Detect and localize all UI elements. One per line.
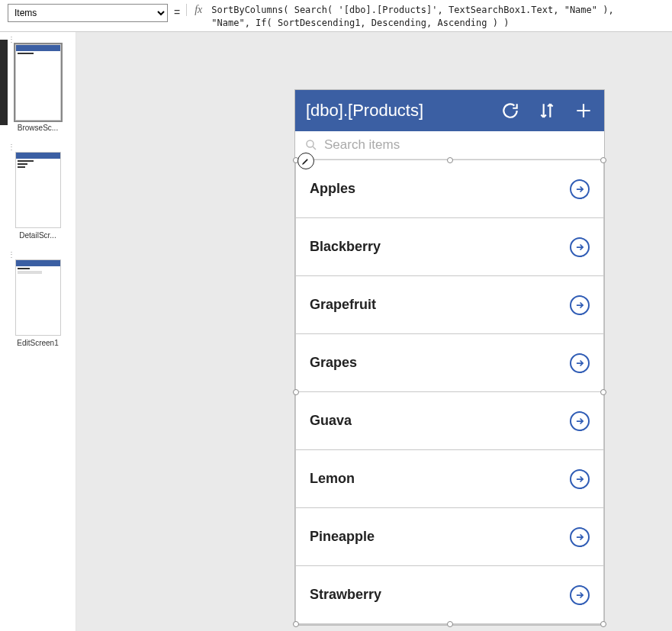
navigate-arrow-icon[interactable]: [570, 411, 590, 431]
svg-point-0: [307, 140, 313, 147]
sort-icon[interactable]: [537, 101, 557, 121]
canvas[interactable]: [dbo].[Products]: [76, 32, 672, 631]
item-name: Guava: [310, 413, 352, 429]
screen-thumb-browse[interactable]: ⋮ BrowseSc...: [8, 37, 68, 132]
property-dropdown[interactable]: Items: [8, 4, 168, 22]
list-item[interactable]: Blackberry: [296, 218, 603, 276]
thumb-menu-icon[interactable]: ⋮: [8, 37, 68, 43]
formula-bar: Items = fx SortByColumns( Search( '[dbo]…: [0, 0, 672, 32]
item-name: Lemon: [310, 471, 355, 487]
thumb-menu-icon[interactable]: ⋮: [8, 144, 68, 150]
item-name: Grapefruit: [310, 297, 376, 313]
refresh-icon[interactable]: [500, 101, 520, 121]
item-name: Pineapple: [310, 529, 375, 545]
item-name: Strawberry: [310, 587, 381, 603]
screen-label: BrowseSc...: [8, 124, 68, 132]
screen-label: DetailScr...: [8, 231, 68, 240]
item-name: Grapes: [310, 355, 357, 371]
thumb-menu-icon[interactable]: ⋮: [8, 252, 68, 258]
edit-template-icon[interactable]: [297, 153, 314, 169]
navigate-arrow-icon[interactable]: [570, 179, 590, 199]
fx-label: fx: [186, 4, 205, 16]
navigate-arrow-icon[interactable]: [570, 353, 590, 373]
item-name: Blackberry: [310, 239, 381, 255]
item-name: Apples: [310, 181, 355, 197]
list-item[interactable]: Grapes: [296, 334, 603, 392]
list-item[interactable]: Pineapple: [296, 508, 603, 566]
navigate-arrow-icon[interactable]: [570, 469, 590, 489]
screen-thumb-detail[interactable]: ⋮ DetailScr...: [8, 144, 68, 240]
search-row: [295, 131, 604, 159]
list-item[interactable]: Lemon: [296, 450, 603, 508]
screen-thumb-edit[interactable]: ⋮ EditScreen1: [8, 252, 68, 347]
screens-panel: ⋮ BrowseSc... ⋮ DetailScr... ⋮: [0, 32, 76, 631]
add-icon[interactable]: [574, 101, 593, 121]
list-item[interactable]: Guava: [296, 392, 603, 450]
formula-text[interactable]: SortByColumns( Search( '[dbo].[Products]…: [211, 4, 613, 30]
list-item[interactable]: Grapefruit: [296, 276, 603, 334]
title-bar: [dbo].[Products]: [295, 90, 604, 131]
search-input[interactable]: [324, 137, 595, 153]
navigate-arrow-icon[interactable]: [570, 295, 590, 315]
app-preview: [dbo].[Products]: [294, 89, 605, 626]
app-title: [dbo].[Products]: [306, 101, 500, 121]
list-item[interactable]: Apples: [296, 160, 603, 218]
search-icon: [304, 138, 318, 152]
screen-label: EditScreen1: [8, 339, 68, 347]
list-item[interactable]: Strawberry: [296, 566, 603, 624]
gallery[interactable]: ApplesBlackberryGrapefruitGrapesGuavaLem…: [295, 159, 604, 625]
navigate-arrow-icon[interactable]: [570, 237, 590, 257]
navigate-arrow-icon[interactable]: [570, 585, 590, 605]
navigate-arrow-icon[interactable]: [570, 527, 590, 547]
equals-sign: =: [174, 6, 180, 18]
